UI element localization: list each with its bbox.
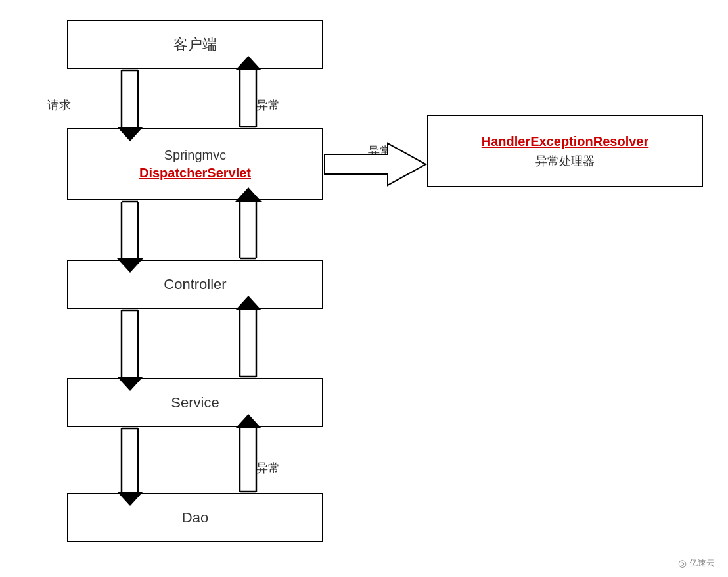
client-label: 客户端 — [173, 35, 217, 55]
label-request: 请求 — [47, 97, 71, 113]
diagram-container: 客户端 Springmvc DispatcherServlet Controll… — [0, 0, 728, 577]
box-client: 客户端 — [67, 20, 323, 69]
handler-line2: 异常处理器 — [535, 153, 595, 169]
dao-label: Dao — [182, 509, 208, 526]
handler-line1: HandlerExceptionResolver — [482, 134, 649, 149]
box-handler: HandlerExceptionResolver 异常处理器 — [427, 115, 703, 187]
watermark: ◎ 亿速云 — [678, 557, 715, 569]
dispatcher-line1: Springmvc — [164, 148, 226, 163]
service-label: Service — [171, 394, 219, 411]
box-service: Service — [67, 378, 323, 427]
box-controller: Controller — [67, 260, 323, 309]
label-exception-middle: 异常 — [368, 143, 392, 159]
dispatcher-line2: DispatcherServlet — [139, 166, 251, 181]
controller-label: Controller — [164, 276, 226, 293]
box-dispatcher: Springmvc DispatcherServlet — [67, 128, 323, 200]
watermark-text: 亿速云 — [689, 557, 715, 569]
label-exception-bottom: 异常 — [256, 460, 280, 476]
box-dao: Dao — [67, 493, 323, 542]
watermark-icon: ◎ — [678, 557, 687, 569]
label-exception-top: 异常 — [256, 97, 280, 113]
